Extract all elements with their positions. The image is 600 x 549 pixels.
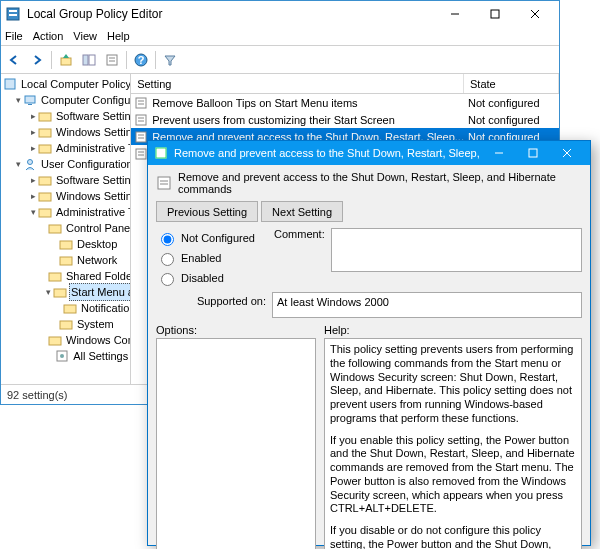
tree-item[interactable]: System [46, 316, 130, 332]
svg-rect-19 [39, 129, 51, 137]
svg-rect-4 [491, 10, 499, 18]
help-box[interactable]: This policy setting prevents users from … [324, 338, 582, 549]
chevron-right-icon[interactable]: ▸ [31, 140, 36, 156]
svg-rect-10 [107, 55, 117, 65]
tree-item[interactable]: ▸Software Settings [31, 108, 130, 124]
forward-button[interactable] [26, 49, 48, 71]
menu-view[interactable]: View [73, 30, 97, 42]
help-paragraph: If you enable this policy setting, the P… [330, 434, 576, 517]
maximize-button[interactable] [475, 1, 515, 27]
svg-rect-41 [136, 132, 146, 142]
chevron-down-icon[interactable]: ▾ [16, 156, 21, 172]
tree-item[interactable]: Control Panel [46, 220, 130, 236]
column-setting[interactable]: Setting [131, 74, 464, 93]
svg-rect-50 [529, 149, 537, 157]
policy-dialog: Remove and prevent access to the Shut Do… [147, 140, 591, 546]
tree-root[interactable]: Local Computer Policy [1, 76, 130, 92]
tree-computer-config[interactable]: ▾ Computer Configuration [16, 92, 130, 108]
chevron-right-icon[interactable]: ▸ [31, 124, 36, 140]
tree-item[interactable]: Network [46, 252, 130, 268]
tree-item[interactable]: ▸Software Settings [31, 172, 130, 188]
folder-icon [38, 109, 52, 123]
tree-item[interactable]: ▸Windows Settings [31, 124, 130, 140]
tree-start-menu-taskbar[interactable]: ▾Start Menu and Taskbar [46, 284, 130, 300]
settings-icon [55, 349, 69, 363]
folder-icon [48, 333, 62, 347]
folder-icon [38, 189, 52, 203]
svg-rect-9 [89, 55, 95, 65]
folder-icon [59, 253, 73, 267]
list-row[interactable]: Remove Balloon Tips on Start Menu itemsN… [131, 94, 559, 111]
svg-rect-38 [136, 115, 146, 125]
svg-rect-15 [5, 79, 15, 89]
tree-item[interactable]: ▸Windows Settings [31, 188, 130, 204]
menu-action[interactable]: Action [33, 30, 64, 42]
menubar: File Action View Help [1, 27, 559, 46]
tree-item[interactable]: Windows Components [46, 332, 130, 348]
svg-point-34 [60, 354, 64, 358]
dialog-minimize-button[interactable] [482, 141, 516, 165]
radio-not-configured[interactable]: Not Configured [156, 230, 266, 246]
window-title: Local Group Policy Editor [27, 7, 435, 21]
svg-rect-31 [60, 321, 72, 329]
chevron-down-icon[interactable]: ▾ [31, 204, 36, 220]
tree-pane[interactable]: Local Computer Policy ▾ Computer Configu… [1, 74, 131, 384]
chevron-right-icon[interactable]: ▸ [31, 172, 36, 188]
setting-text: Remove Balloon Tips on Start Menu items [152, 97, 357, 109]
state-text: Not configured [464, 114, 559, 126]
help-paragraph: This policy setting prevents users from … [330, 343, 576, 426]
help-button[interactable]: ? [130, 49, 152, 71]
menu-help[interactable]: Help [107, 30, 130, 42]
comment-field[interactable] [331, 228, 582, 272]
chevron-down-icon[interactable]: ▾ [16, 92, 21, 108]
properties-button[interactable] [101, 49, 123, 71]
folder-icon [38, 141, 52, 155]
column-state[interactable]: State [464, 74, 559, 93]
tree-item[interactable]: Desktop [46, 236, 130, 252]
folder-icon [38, 173, 52, 187]
svg-rect-26 [60, 241, 72, 249]
options-box [156, 338, 316, 549]
svg-rect-18 [39, 113, 51, 121]
minimize-button[interactable] [435, 1, 475, 27]
tree-item[interactable]: Shared Folders [46, 268, 130, 284]
tree-item[interactable]: Notifications [61, 300, 130, 316]
dialog-maximize-button[interactable] [516, 141, 550, 165]
tree-item[interactable]: ▸Administrative Templates [31, 140, 130, 156]
svg-rect-16 [25, 96, 35, 103]
svg-text:?: ? [138, 54, 145, 66]
supported-on-label: Supported on: [156, 292, 266, 307]
close-button[interactable] [515, 1, 555, 27]
show-hide-tree-button[interactable] [78, 49, 100, 71]
chevron-right-icon[interactable]: ▸ [31, 108, 36, 124]
dialog-close-button[interactable] [550, 141, 584, 165]
svg-rect-35 [136, 98, 146, 108]
toolbar: ? [1, 46, 559, 74]
list-row[interactable]: Prevent users from customizing their Sta… [131, 111, 559, 128]
previous-setting-button[interactable]: Previous Setting [156, 201, 258, 222]
menu-file[interactable]: File [5, 30, 23, 42]
svg-rect-24 [39, 209, 51, 217]
dialog-heading: Remove and prevent access to the Shut Do… [156, 171, 582, 195]
chevron-down-icon[interactable]: ▾ [46, 284, 51, 300]
up-button[interactable] [55, 49, 77, 71]
tree-user-config[interactable]: ▾ User Configuration [16, 156, 130, 172]
back-button[interactable] [3, 49, 25, 71]
policy-icon [3, 77, 17, 91]
svg-rect-53 [158, 177, 170, 189]
filter-button[interactable] [159, 49, 181, 71]
tree-admin-templates[interactable]: ▾Administrative Templates [31, 204, 130, 220]
tree-item[interactable]: All Settings [46, 348, 130, 364]
folder-icon [59, 317, 73, 331]
folder-icon [38, 125, 52, 139]
svg-rect-48 [156, 148, 166, 158]
help-paragraph: If you disable or do not configure this … [330, 524, 576, 549]
svg-rect-32 [49, 337, 61, 345]
next-setting-button[interactable]: Next Setting [261, 201, 343, 222]
radio-enabled[interactable]: Enabled [156, 250, 266, 266]
titlebar: Local Group Policy Editor [1, 1, 559, 27]
svg-rect-17 [28, 104, 32, 105]
folder-open-icon [53, 285, 67, 299]
radio-disabled[interactable]: Disabled [156, 270, 266, 286]
chevron-right-icon[interactable]: ▸ [31, 188, 36, 204]
